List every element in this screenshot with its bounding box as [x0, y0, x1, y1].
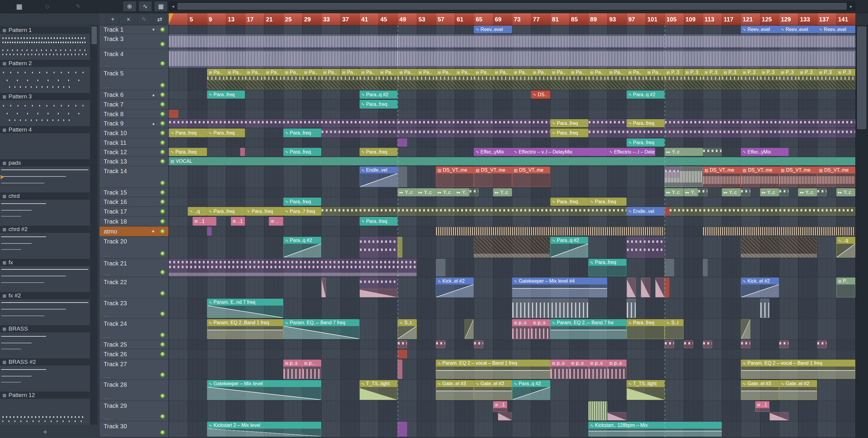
clip-fan[interactable] — [360, 289, 398, 297]
clip-y-c[interactable]: ▸▸Y..c — [417, 188, 436, 196]
clip-pa[interactable]: ⊞Pa.. — [436, 69, 455, 80]
track-enable-led[interactable] — [161, 220, 164, 224]
track-sub-lane-dots[interactable]: ... — [104, 431, 110, 437]
track-enable-led[interactable] — [161, 343, 164, 347]
clip-p-s[interactable]: ⊞p..s — [607, 359, 626, 379]
clip-arrows[interactable] — [436, 340, 445, 348]
clip-arrowsticks[interactable] — [169, 259, 417, 276]
scroll-left-icon[interactable]: ◂ — [169, 2, 177, 10]
clip-steps[interactable] — [512, 299, 588, 318]
lane-track-4[interactable] — [169, 49, 855, 68]
track-sub-lane-dots[interactable]: ... — [104, 333, 110, 339]
lane-track-27[interactable]: ⊞p..s⊞p..∿Param. EQ 2 – vocal – Band 1 f… — [169, 359, 855, 380]
clip-p[interactable]: ⊞P.. — [836, 278, 855, 297]
cut-tool-button[interactable]: × — [122, 14, 135, 24]
clip-para-freq[interactable]: ∿Para..freq — [360, 148, 398, 156]
clip-1[interactable]: ⊞..1 — [755, 401, 770, 412]
clip-pa[interactable]: ⊞Pa.. — [378, 69, 398, 80]
pattern-item-fx[interactable]: ▦fx — [0, 259, 90, 292]
clip-para-freq[interactable]: ∿Para..freq — [360, 100, 398, 109]
clip-wavedense[interactable] — [664, 34, 855, 48]
clip-gate-el-2[interactable]: ∿Gate..el #2 — [779, 380, 817, 400]
clip-stepsdense[interactable] — [588, 401, 607, 420]
track-header-track-6[interactable]: Track 6▴ — [99, 90, 168, 99]
grid-tool-icon[interactable]: ▦ — [154, 1, 167, 11]
clip-param-eq-2-band-7-fre[interactable]: ∿Param. EQ 2..– Band 7 fre — [550, 319, 627, 339]
track-sub-lane-dots[interactable]: ... — [104, 84, 110, 90]
clip-fan[interactable] — [321, 278, 326, 297]
clip-hatch[interactable] — [207, 80, 855, 89]
clip-arrows2[interactable] — [360, 237, 398, 258]
clip-para-freq[interactable]: ∿Para..freq — [550, 198, 589, 206]
lane-track-21[interactable]: ∿Para..freq — [169, 259, 855, 277]
clip-param-e-nd-7-freq[interactable]: ∿Param. E..nd 7 freq — [207, 299, 283, 318]
track-sub-lane-dots[interactable]: ... — [104, 373, 110, 379]
clip-block[interactable] — [207, 227, 212, 236]
clip-pa[interactable]: ⊞Pa.. — [360, 69, 378, 80]
clip-arrows[interactable] — [398, 128, 550, 137]
clip-block[interactable] — [664, 259, 674, 276]
track-enable-led[interactable] — [161, 150, 164, 154]
clip-p-s[interactable]: ⊞p..s — [283, 359, 302, 379]
lane-track-3[interactable] — [169, 34, 855, 49]
track-sub-lane-dots[interactable]: ... — [104, 62, 110, 68]
clip-para-freq[interactable]: ∿Para..freq — [550, 128, 589, 137]
playlist-grid[interactable]: ∿Reev..evel∿Reev..evel∿Reev..evel∿Reev..… — [169, 25, 855, 438]
lane-track-7[interactable]: ∿Para..freq — [169, 99, 855, 110]
clip-para-7-freq[interactable]: ∿Para..7 freq — [283, 207, 321, 216]
clip-y-c[interactable]: ▸▸Y..c — [493, 188, 512, 196]
track-header-track-16[interactable]: Track 16 — [99, 197, 168, 207]
clip-block[interactable] — [664, 207, 670, 216]
clip-kick-el-2[interactable]: ∿Kick..el #2 — [436, 278, 474, 297]
track-enable-led[interactable] — [161, 431, 164, 434]
clip-kickstart-128bpm-mix[interactable]: ∿Kickstart.. 128bpm – Mix — [588, 422, 722, 437]
clip-pa[interactable]: ⊞Pa.. — [627, 69, 646, 80]
clip-fan[interactable] — [498, 412, 512, 420]
clip-y-c[interactable]: ▸▸Y..c — [664, 148, 703, 156]
track-header-track-28[interactable]: Track 28... — [99, 380, 168, 401]
track-header-track-20[interactable]: Track 20... — [99, 236, 168, 259]
clip-gate-el-2[interactable]: ∿Gate..el #2 — [474, 380, 512, 400]
track-header-track-9[interactable]: Track 9▴ — [99, 119, 168, 128]
clip-arrows[interactable] — [817, 188, 827, 196]
track-sub-lane-dots[interactable]: ... — [104, 394, 110, 400]
clip-pa[interactable]: ⊞Pa.. — [264, 69, 283, 80]
vertical-scroll-thumb[interactable] — [857, 27, 866, 129]
pattern-header[interactable]: ▦fx #2 — [0, 292, 90, 299]
pattern-item-brass-2[interactable]: ▦BRASS #2 — [0, 358, 90, 391]
track-enable-led[interactable] — [161, 141, 164, 145]
clip-pa[interactable]: ⊞Pa.. — [588, 69, 607, 80]
clip-block[interactable] — [436, 259, 445, 276]
clip-pa[interactable]: ⊞Pa.. — [493, 69, 512, 80]
lane-track-14[interactable]: ∿Endle..vel▤DS_VT..me▤DS_VT..me▤DS_VT..m… — [169, 166, 855, 188]
track-header-track-21[interactable]: Track 21... — [99, 259, 168, 277]
clip-param-eq-2-vocal-band-1-freq[interactable]: ∿Param. EQ 2 – vocal – Band 1 freq — [436, 359, 550, 379]
clip-pa[interactable]: ⊞Pa.. — [646, 69, 664, 80]
clip-block[interactable] — [398, 167, 407, 187]
clip-wavedense[interactable] — [398, 34, 664, 48]
clip-1[interactable]: ⊞..1 — [493, 401, 507, 412]
track-enable-led[interactable] — [161, 352, 164, 356]
clip-q[interactable]: ∿..q — [188, 207, 207, 216]
track-enable-led[interactable] — [161, 93, 164, 97]
clip-fan[interactable] — [607, 412, 626, 420]
clip-fan[interactable] — [641, 278, 650, 297]
clip-fan[interactable] — [655, 278, 665, 297]
pattern-header[interactable]: ▦chrd — [0, 193, 90, 200]
pattern-header[interactable]: ▦fx — [0, 259, 90, 266]
clip-block[interactable] — [398, 237, 402, 258]
clip-effectrix-v-l-delaymix[interactable]: ∿Effectrix – v..l – DelayMix — [512, 148, 607, 156]
clip-para-freq[interactable]: ∿Para..freq — [283, 198, 321, 206]
clip-block[interactable] — [398, 422, 407, 437]
clip-para-freq[interactable]: ∿Para..freq — [245, 207, 283, 216]
clip-param-eq-2-vocal-band-1-freq[interactable]: ∿Param. EQ 2 – vocal – Band 1 freq — [741, 359, 855, 379]
track-enable-led[interactable] — [161, 62, 164, 65]
track-header-track-11[interactable]: Track 11 — [99, 138, 168, 147]
track-header-track-15[interactable]: Track 15 — [99, 188, 168, 197]
clip-p-s[interactable]: ⊞p..s — [531, 319, 550, 339]
lane-track-13[interactable]: ▤VOCAL — [169, 157, 855, 166]
pattern-header[interactable]: ▦Pattern 3 — [0, 93, 90, 100]
lane-track-9[interactable]: ∿Para..freq∿Para..freq — [169, 119, 855, 128]
track-enable-led[interactable] — [161, 333, 164, 337]
track-header-track-7[interactable]: Track 7 — [99, 99, 168, 110]
